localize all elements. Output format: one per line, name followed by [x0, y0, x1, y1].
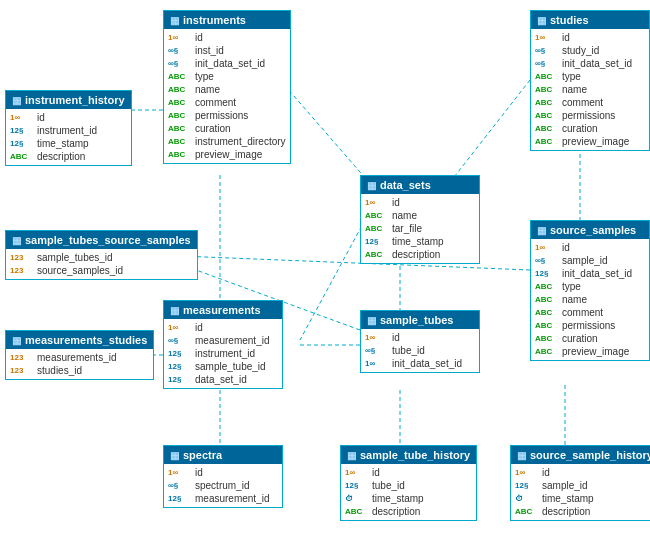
- table-header-sample_tubes: ▦sample_tubes: [361, 311, 479, 329]
- field-row: ABCdescription: [6, 150, 131, 163]
- field-icon: 12§: [168, 362, 192, 371]
- table-icon-measurements: ▦: [170, 305, 179, 316]
- field-row: 1∞id: [361, 331, 479, 344]
- field-icon: 12§: [345, 481, 369, 490]
- field-row: ∞§tube_id: [361, 344, 479, 357]
- field-icon: 1∞: [168, 468, 192, 477]
- field-icon: 12§: [515, 481, 539, 490]
- table-header-instruments: ▦instruments: [164, 11, 290, 29]
- field-name: id: [392, 332, 400, 343]
- field-row: ABCpermissions: [164, 109, 290, 122]
- table-icon-measurements_studies: ▦: [12, 335, 21, 346]
- table-body-measurements: 1∞id∞§measurement_id12§instrument_id12§s…: [164, 319, 282, 388]
- field-name: name: [195, 84, 220, 95]
- field-name: tube_id: [372, 480, 405, 491]
- table-instrument_history: ▦instrument_history1∞id12§instrument_id1…: [5, 90, 132, 166]
- field-row: ABCpermissions: [531, 109, 649, 122]
- field-name: permissions: [562, 110, 615, 121]
- field-icon: ABC: [10, 152, 34, 161]
- table-body-instruments: 1∞id∞§inst_id∞§init_data_set_idABCtypeAB…: [164, 29, 290, 163]
- field-row: 12§data_set_id: [164, 373, 282, 386]
- field-row: ABCdescription: [341, 505, 476, 518]
- field-name: inst_id: [195, 45, 224, 56]
- field-name: type: [562, 281, 581, 292]
- field-icon: ABC: [535, 295, 559, 304]
- field-icon: 12§: [10, 126, 34, 135]
- table-title-data_sets: data_sets: [380, 179, 431, 191]
- field-name: preview_image: [195, 149, 262, 160]
- field-row: ABCpreview_image: [164, 148, 290, 161]
- table-source_samples: ▦source_samples1∞id∞§sample_id12§init_da…: [530, 220, 650, 361]
- field-name: name: [392, 210, 417, 221]
- table-measurements: ▦measurements1∞id∞§measurement_id12§inst…: [163, 300, 283, 389]
- table-title-studies: studies: [550, 14, 589, 26]
- table-icon-sample_tube_history: ▦: [347, 450, 356, 461]
- table-body-measurements_studies: 123measurements_id123studies_id: [6, 349, 153, 379]
- field-name: init_data_set_id: [562, 268, 632, 279]
- table-icon-instruments: ▦: [170, 15, 179, 26]
- table-header-instrument_history: ▦instrument_history: [6, 91, 131, 109]
- field-icon: 1∞: [365, 359, 389, 368]
- table-header-spectra: ▦spectra: [164, 446, 282, 464]
- field-row: 123measurements_id: [6, 351, 153, 364]
- table-header-source_sample_history: ▦source_sample_history: [511, 446, 650, 464]
- field-row: ABCtype: [164, 70, 290, 83]
- field-icon: ABC: [365, 250, 389, 259]
- field-icon: ABC: [168, 72, 192, 81]
- field-name: tube_id: [392, 345, 425, 356]
- field-row: 1∞id: [164, 321, 282, 334]
- field-icon: 12§: [365, 237, 389, 246]
- field-icon: ABC: [168, 98, 192, 107]
- field-name: description: [372, 506, 420, 517]
- field-name: id: [195, 467, 203, 478]
- table-title-sample_tubes: sample_tubes: [380, 314, 453, 326]
- field-row: ABCname: [361, 209, 479, 222]
- table-icon-studies: ▦: [537, 15, 546, 26]
- field-row: ABCcomment: [531, 96, 649, 109]
- field-icon: ABC: [535, 308, 559, 317]
- field-icon: 1∞: [168, 33, 192, 42]
- table-body-sample_tubes: 1∞id∞§tube_id1∞init_data_set_id: [361, 329, 479, 372]
- field-row: 12§measurement_id: [164, 492, 282, 505]
- field-icon: 12§: [168, 349, 192, 358]
- table-sample_tube_history: ▦sample_tube_history1∞id12§tube_id⏱time_…: [340, 445, 477, 521]
- table-title-sample_tubes_source_samples: sample_tubes_source_samples: [25, 234, 191, 246]
- field-row: 12§tube_id: [341, 479, 476, 492]
- table-data_sets: ▦data_sets1∞idABCnameABCtar_file12§time_…: [360, 175, 480, 264]
- field-icon: 1∞: [535, 243, 559, 252]
- field-icon: ∞§: [168, 59, 192, 68]
- field-icon: ∞§: [535, 59, 559, 68]
- table-body-source_sample_history: 1∞id12§sample_id⏱time_stampABCdescriptio…: [511, 464, 650, 520]
- field-name: tar_file: [392, 223, 422, 234]
- table-body-spectra: 1∞id∞§spectrum_id12§measurement_id: [164, 464, 282, 507]
- field-icon: 1∞: [345, 468, 369, 477]
- field-name: type: [195, 71, 214, 82]
- field-row: ABCdescription: [511, 505, 650, 518]
- field-row: ABCcuration: [164, 122, 290, 135]
- field-name: type: [562, 71, 581, 82]
- field-icon: ABC: [345, 507, 369, 516]
- field-name: measurement_id: [195, 493, 269, 504]
- field-row: 12§init_data_set_id: [531, 267, 649, 280]
- table-body-data_sets: 1∞idABCnameABCtar_file12§time_stampABCde…: [361, 194, 479, 263]
- field-icon: ABC: [535, 347, 559, 356]
- field-name: instrument_id: [195, 348, 255, 359]
- table-title-measurements: measurements: [183, 304, 261, 316]
- table-icon-data_sets: ▦: [367, 180, 376, 191]
- field-row: 1∞id: [511, 466, 650, 479]
- field-row: 1∞id: [361, 196, 479, 209]
- table-instruments: ▦instruments1∞id∞§inst_id∞§init_data_set…: [163, 10, 291, 164]
- field-row: 1∞id: [531, 241, 649, 254]
- field-icon: ABC: [515, 507, 539, 516]
- field-icon: ABC: [168, 124, 192, 133]
- field-row: ABCcuration: [531, 332, 649, 345]
- table-icon-spectra: ▦: [170, 450, 179, 461]
- field-name: id: [195, 32, 203, 43]
- field-name: instrument_directory: [195, 136, 286, 147]
- field-row: 1∞id: [6, 111, 131, 124]
- field-row: ABCcomment: [531, 306, 649, 319]
- field-name: permissions: [195, 110, 248, 121]
- field-icon: 1∞: [10, 113, 34, 122]
- field-name: curation: [562, 333, 598, 344]
- field-row: 1∞id: [341, 466, 476, 479]
